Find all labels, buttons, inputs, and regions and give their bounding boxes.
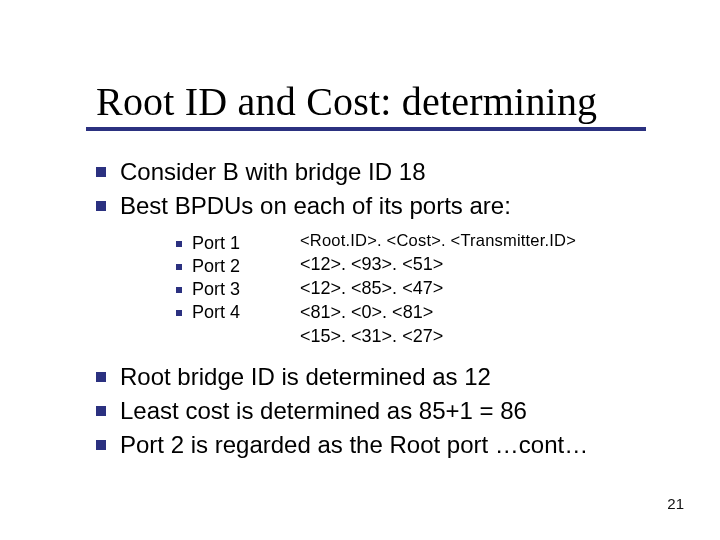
port-item: Port 4 [176,302,240,323]
port-label: Port 3 [192,279,240,300]
port-item: Port 1 [176,233,240,254]
square-bullet-icon [96,440,106,450]
intro-list: Consider B with bridge ID 18 Best BPDUs … [96,157,680,221]
port-item: Port 2 [176,256,240,277]
port-label: Port 4 [192,302,240,323]
slide-title: Root ID and Cost: determining [96,78,720,125]
conclusion-list: Root bridge ID is determined as 12 Least… [96,362,680,460]
conclusion-text: Port 2 is regarded as the Root port …con… [120,430,588,460]
port-label: Port 2 [192,256,240,277]
intro-item: Best BPDUs on each of its ports are: [96,191,680,221]
square-bullet-icon [96,167,106,177]
intro-text: Consider B with bridge ID 18 [120,157,425,187]
conclusion-item: Least cost is determined as 85+1 = 86 [96,396,680,426]
conclusion-text: Root bridge ID is determined as 12 [120,362,491,392]
bpdu-value: <81>. <0>. <81> [300,302,576,323]
port-list: Port 1 Port 2 Port 3 Port 4 [176,231,240,325]
square-bullet-icon [96,372,106,382]
intro-text: Best BPDUs on each of its ports are: [120,191,511,221]
square-bullet-icon [176,310,182,316]
slide: Root ID and Cost: determining Consider B… [0,0,720,540]
bpdu-value: <15>. <31>. <27> [300,326,576,347]
intro-item: Consider B with bridge ID 18 [96,157,680,187]
square-bullet-icon [96,201,106,211]
bpdu-column: <Root.ID>. <Cost>. <Transmitter.ID> <12>… [300,231,576,350]
bpdu-value: <12>. <93>. <51> [300,254,576,275]
port-bpdu-block: Port 1 Port 2 Port 3 Port 4 <Root.ID>. <… [176,231,680,350]
conclusion-item: Root bridge ID is determined as 12 [96,362,680,392]
bpdu-header: <Root.ID>. <Cost>. <Transmitter.ID> [300,231,576,250]
conclusion-item: Port 2 is regarded as the Root port …con… [96,430,680,460]
square-bullet-icon [176,287,182,293]
bpdu-value: <12>. <85>. <47> [300,278,576,299]
square-bullet-icon [176,241,182,247]
title-wrap: Root ID and Cost: determining [0,0,720,125]
port-label: Port 1 [192,233,240,254]
port-item: Port 3 [176,279,240,300]
conclusion-text: Least cost is determined as 85+1 = 86 [120,396,527,426]
square-bullet-icon [96,406,106,416]
slide-body: Consider B with bridge ID 18 Best BPDUs … [0,131,720,460]
page-number: 21 [667,495,684,512]
square-bullet-icon [176,264,182,270]
